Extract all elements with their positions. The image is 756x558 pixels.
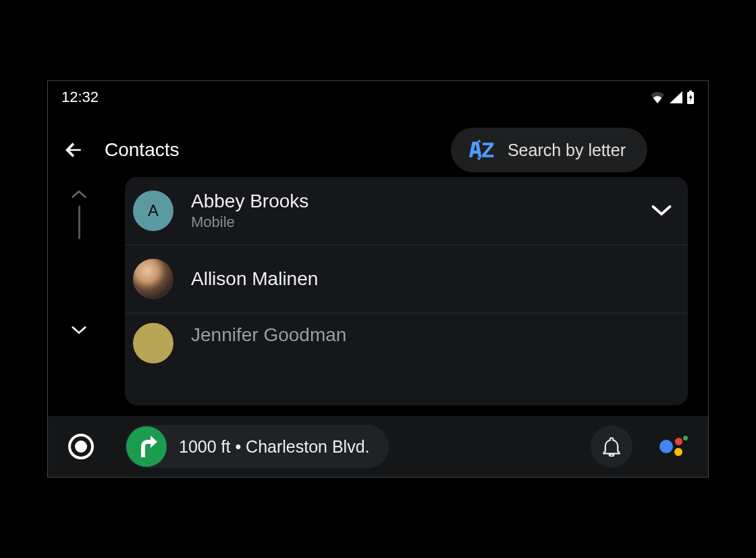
contact-subtitle: Mobile xyxy=(191,213,651,231)
contact-text: Jennifer Goodman xyxy=(191,324,672,346)
scroll-down-button[interactable] xyxy=(69,320,89,340)
search-pill-label: Search by letter xyxy=(508,141,626,160)
launcher-button[interactable] xyxy=(68,434,94,459)
contact-row[interactable]: Allison Malinen xyxy=(125,245,688,313)
wifi-icon xyxy=(650,91,665,103)
contact-name: Jennifer Goodman xyxy=(191,324,672,346)
device-frame: 12:32 Contacts Search by letter xyxy=(47,80,709,478)
avatar xyxy=(133,259,173,299)
status-bar: 12:32 xyxy=(48,84,708,111)
avatar xyxy=(133,323,173,363)
main-area: A Abbey Brooks Mobile Allison Malinen Je… xyxy=(48,177,708,405)
navigation-pill[interactable]: 1000 ft • Charleston Blvd. xyxy=(125,425,389,468)
assistant-dot-red xyxy=(675,438,682,445)
chevron-up-icon xyxy=(72,189,86,199)
scroll-track xyxy=(78,205,80,239)
battery-icon xyxy=(686,91,695,104)
page-title: Contacts xyxy=(105,139,180,161)
contact-text: Allison Malinen xyxy=(191,268,672,290)
contact-row[interactable]: A Abbey Brooks Mobile xyxy=(125,177,688,245)
bottom-nav-bar: 1000 ft • Charleston Blvd. xyxy=(48,416,708,477)
search-by-letter-button[interactable]: Search by letter xyxy=(451,128,647,172)
contact-name: Allison Malinen xyxy=(191,268,672,290)
cell-signal-icon xyxy=(669,91,682,103)
scroll-indicator xyxy=(59,177,99,405)
header: Contacts Search by letter xyxy=(48,123,708,177)
avatar: A xyxy=(133,191,173,231)
turn-right-icon xyxy=(134,434,159,459)
chevron-down-icon xyxy=(72,326,86,335)
clock: 12:32 xyxy=(61,88,99,106)
bell-icon xyxy=(602,436,621,457)
notifications-button[interactable] xyxy=(591,426,632,467)
chevron-down-icon xyxy=(651,201,672,221)
svg-rect-1 xyxy=(689,91,692,93)
scroll-up-button[interactable] xyxy=(69,184,89,204)
status-icons xyxy=(650,91,695,104)
contact-list: A Abbey Brooks Mobile Allison Malinen Je… xyxy=(125,177,688,405)
back-button[interactable] xyxy=(61,138,86,162)
contact-name: Abbey Brooks xyxy=(191,191,651,212)
assistant-dot-yellow xyxy=(674,448,682,456)
assistant-dot-blue xyxy=(659,440,673,453)
assistant-dot-green xyxy=(683,436,688,440)
assistant-button[interactable] xyxy=(658,432,688,461)
turn-direction-badge xyxy=(126,426,167,467)
navigation-text: 1000 ft • Charleston Blvd. xyxy=(179,437,370,457)
az-sort-icon xyxy=(467,138,494,162)
contact-text: Abbey Brooks Mobile xyxy=(191,191,651,231)
arrow-left-icon xyxy=(63,139,84,161)
contact-row[interactable]: Jennifer Goodman xyxy=(125,313,688,366)
